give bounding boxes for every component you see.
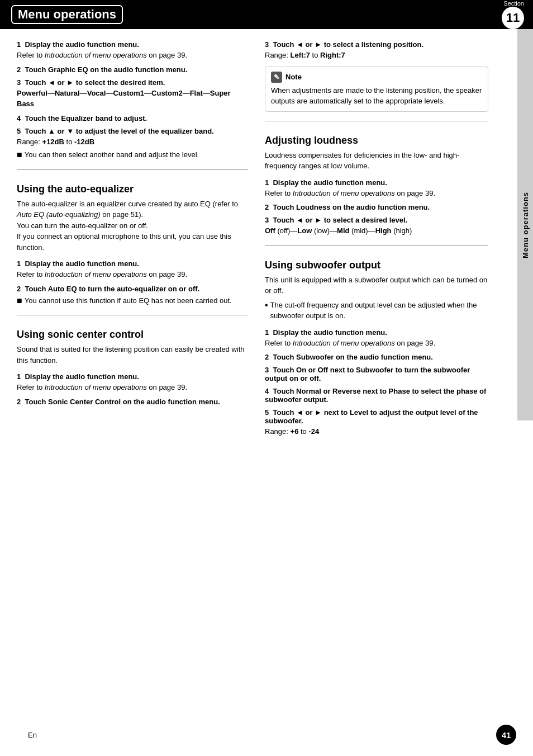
subwoofer-title: Using subwoofer output [265,259,488,271]
loudness-step-3-body: Off (off)—Low (low)—Mid (mid)—High (high… [265,225,488,237]
footer-lang: En [28,731,37,739]
loudness-description: Loudness compensates for deficiencies in… [265,150,488,172]
note-icon: ✎ [271,72,282,83]
step-5-range: Range: +12dB to -12dB [17,136,248,148]
sonic-step-2-header: 2 Touch Sonic Center Control on the audi… [17,398,248,406]
subwoofer-step-1-header: 1 Display the audio function menu. [265,328,488,337]
loudness-step-3: 3 Touch ◄ or ► to select a desired level… [265,216,488,237]
step-5-bullet: ■ You can then select another band and a… [17,149,248,160]
loudness-step-2: 2 Touch Loudness on the audio function m… [265,203,488,211]
auto-eq-title: Using the auto-equalizer [17,183,248,195]
section-number: 11 [502,7,524,29]
section-label: Section [503,0,524,7]
auto-eq-step-2-bullet: ■ You cannot use this function if auto E… [17,295,248,306]
step-2: 2 Touch Graphic EQ on the audio function… [17,65,248,74]
subwoofer-step-3-header: 3 Touch On or Off next to Subwoofer to t… [265,366,488,382]
step-3-body: Powerful—Natural—Vocal—Custom1—Custom2—F… [17,88,248,110]
loudness-step-1-body: Refer to Introduction of menu operations… [265,188,488,199]
divider-2 [17,315,248,315]
sonic-title: Using sonic center control [17,329,248,341]
subwoofer-step-1: 1 Display the audio function menu. Refer… [265,328,488,349]
header-bar: Menu operations Section 11 [0,0,533,29]
bullet-icon: ■ [17,149,22,160]
footer-page: 41 [496,725,516,745]
subwoofer-step-2: 2 Touch Subwoofer on the audio function … [265,353,488,361]
subwoofer-bullet: • The cut-off frequency and output level… [265,300,488,322]
auto-eq-step-2: 2 Touch Auto EQ to turn the auto-equaliz… [17,285,248,306]
auto-eq-step-2-header: 2 Touch Auto EQ to turn the auto-equaliz… [17,285,248,293]
sonic-step-1-body: Refer to Introduction of menu operations… [17,382,248,393]
subwoofer-step-5: 5 Touch ◄ or ► next to Level to adjust t… [265,408,488,437]
divider-1 [17,169,248,170]
loudness-step-2-header: 2 Touch Loudness on the audio function m… [265,203,488,211]
note-box: ✎ Note When adjustments are made to the … [265,67,488,112]
auto-eq-step-1-header: 1 Display the audio function menu. [17,259,248,268]
subwoofer-step-4-header: 4 Touch Normal or Reverse next to Phase … [265,387,488,404]
subwoofer-step-2-header: 2 Touch Subwoofer on the audio function … [265,353,488,361]
step-5-header: 5 Touch ▲ or ▼ to adjust the level of th… [17,127,248,135]
loudness-title: Adjusting loudness [265,135,488,147]
step-3-header: 3 Touch ◄ or ► to select the desired ite… [17,78,248,87]
page: Menu operations Section 11 Menu operatio… [0,0,533,756]
step-4: 4 Touch the Equalizer band to adjust. [17,114,248,122]
sonic-step-3: 3 Touch ◄ or ► to select a listening pos… [265,40,488,61]
step-1-body: Refer to Introduction of menu operations… [17,50,248,61]
footer: En 41 [0,725,533,745]
auto-eq-description: The auto-equalizer is an equalizer curve… [17,199,248,253]
subwoofer-step-5-header: 5 Touch ◄ or ► next to Level to adjust t… [265,408,488,425]
subwoofer-step-1-body: Refer to Introduction of menu operations… [265,338,488,349]
step-3: 3 Touch ◄ or ► to select the desired ite… [17,78,248,110]
page-title: Menu operations [11,5,123,24]
step-1-number: 1 [17,40,21,49]
bullet-icon-2: ■ [17,295,22,306]
subwoofer-step-3: 3 Touch On or Off next to Subwoofer to t… [265,366,488,382]
subwoofer-step-5-range: Range: +6 to -24 [265,426,488,437]
sonic-step-3-range: Range: Left:7 to Right:7 [265,50,488,61]
auto-eq-step-1: 1 Display the audio function menu. Refer… [17,259,248,280]
loudness-step-1-header: 1 Display the audio function menu. [265,178,488,187]
note-title: ✎ Note [271,72,482,83]
divider-4 [265,245,488,246]
step-1: 1 Display the audio function menu. Refer… [17,40,248,61]
step-2-header: 2 Touch Graphic EQ on the audio function… [17,65,248,74]
subwoofer-description: This unit is equipped with a subwoofer o… [265,275,488,296]
sonic-step-1: 1 Display the audio function menu. Refer… [17,372,248,393]
bullet-icon-3: • [265,300,268,322]
left-column: 1 Display the audio function menu. Refer… [17,40,248,442]
sonic-description: Sound that is suited for the listening p… [17,344,248,366]
auto-eq-step-1-body: Refer to Introduction of menu operations… [17,269,248,280]
sonic-step-3-header: 3 Touch ◄ or ► to select a listening pos… [265,40,488,49]
divider-3 [265,121,488,121]
subwoofer-step-4: 4 Touch Normal or Reverse next to Phase … [265,387,488,404]
main-content: 1 Display the audio function menu. Refer… [0,29,533,453]
loudness-step-1: 1 Display the audio function menu. Refer… [265,178,488,199]
step-5: 5 Touch ▲ or ▼ to adjust the level of th… [17,127,248,160]
right-column: 3 Touch ◄ or ► to select a listening pos… [265,40,505,442]
side-label: Menu operations [517,29,533,420]
sonic-step-2: 2 Touch Sonic Center Control on the audi… [17,398,248,406]
loudness-step-3-header: 3 Touch ◄ or ► to select a desired level… [265,216,488,224]
sonic-step-1-header: 1 Display the audio function menu. [17,372,248,381]
step-1-header: 1 Display the audio function menu. [17,40,248,49]
note-body: When adjustments are made to the listeni… [271,85,482,107]
section-badge: Section 11 [502,0,524,29]
step-4-header: 4 Touch the Equalizer band to adjust. [17,114,248,122]
